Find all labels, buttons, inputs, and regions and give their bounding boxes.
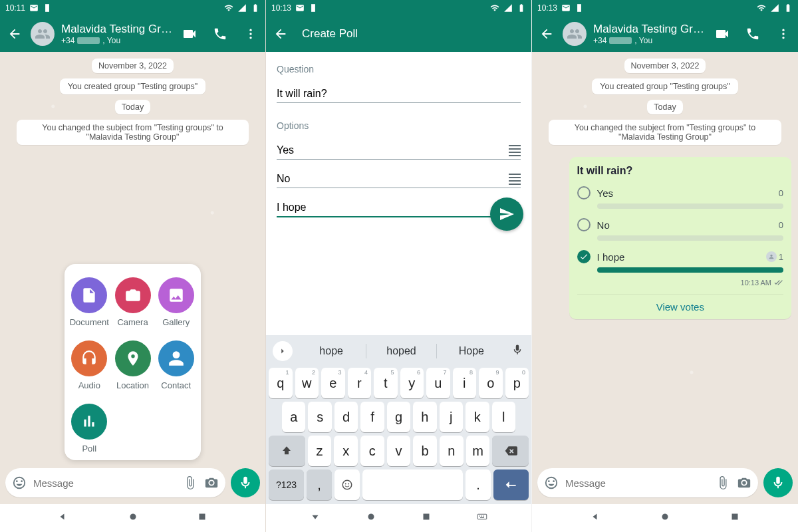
group-avatar[interactable] xyxy=(31,22,55,46)
voice-call-button[interactable] xyxy=(743,25,762,43)
key-e[interactable]: e3 xyxy=(321,368,345,398)
key-n[interactable]: n xyxy=(440,436,464,466)
view-votes-button[interactable]: View votes xyxy=(577,294,783,315)
key-i[interactable]: i8 xyxy=(453,368,477,398)
symbols-key[interactable]: ?123 xyxy=(269,469,304,500)
key-r[interactable]: r4 xyxy=(348,368,372,398)
option-field[interactable] xyxy=(277,140,521,160)
question-input[interactable] xyxy=(277,88,521,100)
key-p[interactable]: p0 xyxy=(505,368,529,398)
emoji-key[interactable] xyxy=(334,469,360,500)
key-g[interactable]: g xyxy=(387,402,410,432)
chat-title-block[interactable]: Malavida Testing Group +34, You xyxy=(593,23,706,45)
voice-input-button[interactable] xyxy=(506,344,529,358)
mic-button[interactable] xyxy=(231,468,260,497)
enter-key[interactable] xyxy=(493,469,529,500)
emoji-icon[interactable] xyxy=(544,475,559,490)
key-h[interactable]: h xyxy=(413,402,436,432)
drag-handle-icon[interactable] xyxy=(509,145,521,156)
attachment-gallery[interactable]: Gallery xyxy=(156,277,196,327)
key-q[interactable]: q1 xyxy=(269,368,293,398)
option-field[interactable] xyxy=(277,169,521,188)
option-input[interactable] xyxy=(277,144,509,156)
back-button[interactable] xyxy=(537,25,556,43)
attach-icon[interactable] xyxy=(183,475,198,490)
attachment-poll[interactable]: Poll xyxy=(70,404,109,454)
drag-handle-icon[interactable] xyxy=(509,174,521,185)
attachment-label: Camera xyxy=(117,317,148,327)
key-z[interactable]: z xyxy=(308,436,332,466)
question-field[interactable] xyxy=(277,84,521,103)
nav-recents[interactable] xyxy=(420,511,432,525)
attachment-camera[interactable]: Camera xyxy=(113,277,152,327)
voice-call-button[interactable] xyxy=(211,25,229,43)
key-c[interactable]: c xyxy=(360,436,384,466)
suggestion[interactable]: hoped xyxy=(366,345,436,357)
group-avatar[interactable] xyxy=(563,22,587,46)
space-key[interactable] xyxy=(362,469,463,500)
send-poll-button[interactable] xyxy=(490,198,523,231)
suggestion[interactable]: hope xyxy=(297,345,366,357)
poll-option[interactable]: Yes0 xyxy=(577,186,783,209)
backspace-key[interactable] xyxy=(492,436,529,466)
message-input[interactable] xyxy=(565,477,709,489)
key-y[interactable]: y6 xyxy=(400,368,424,398)
key-f[interactable]: f xyxy=(360,402,384,432)
key-u[interactable]: u7 xyxy=(426,368,450,398)
poll-option[interactable]: No0 xyxy=(577,218,783,241)
emoji-icon[interactable] xyxy=(12,475,27,490)
mic-button[interactable] xyxy=(763,468,793,497)
camera-icon[interactable] xyxy=(204,475,219,490)
nav-back[interactable] xyxy=(590,511,602,525)
message-input-box[interactable] xyxy=(5,468,225,497)
attachment-audio[interactable]: Audio xyxy=(70,340,109,390)
key-b[interactable]: b xyxy=(413,436,437,466)
nav-back[interactable] xyxy=(309,511,321,525)
key-l[interactable]: l xyxy=(492,402,515,432)
chat-title-block[interactable]: Malavida Testing Group +34, You xyxy=(61,23,174,45)
message-input[interactable] xyxy=(33,477,176,489)
camera-icon[interactable] xyxy=(737,475,751,490)
attachment-contact[interactable]: Contact xyxy=(156,340,196,390)
key-j[interactable]: j xyxy=(440,402,463,432)
nav-back[interactable] xyxy=(57,511,69,525)
nav-home[interactable] xyxy=(127,511,139,525)
key-s[interactable]: s xyxy=(308,402,331,432)
comma-key[interactable]: , xyxy=(307,469,332,500)
key-a[interactable]: a xyxy=(282,402,305,432)
nav-recents[interactable] xyxy=(729,511,741,525)
expand-suggestions-button[interactable] xyxy=(273,341,293,361)
key-d[interactable]: d xyxy=(334,402,358,432)
option-field[interactable] xyxy=(277,198,521,217)
message-input-box[interactable] xyxy=(537,468,758,497)
video-call-button[interactable] xyxy=(180,25,199,43)
video-call-button[interactable] xyxy=(713,25,732,43)
period-key[interactable]: . xyxy=(466,469,491,500)
nav-home[interactable] xyxy=(365,511,377,525)
key-x[interactable]: x xyxy=(334,436,358,466)
suggestion[interactable]: Hope xyxy=(437,345,506,357)
key-k[interactable]: k xyxy=(466,402,489,432)
back-button[interactable] xyxy=(5,25,24,43)
poll-message[interactable]: It will rain? Yes0No0I hope1 10:13 AM Vi… xyxy=(569,157,791,319)
shift-key[interactable] xyxy=(269,436,305,466)
poll-option[interactable]: I hope1 xyxy=(577,250,783,273)
attachment-location[interactable]: Location xyxy=(113,340,152,390)
back-button[interactable] xyxy=(271,25,290,43)
option-input[interactable] xyxy=(277,173,509,185)
more-button[interactable] xyxy=(774,25,793,43)
nav-recents[interactable] xyxy=(196,511,208,525)
nav-keyboard-switch[interactable] xyxy=(476,511,488,525)
attachment-document[interactable]: Document xyxy=(70,277,109,327)
nav-home[interactable] xyxy=(659,511,671,525)
key-t[interactable]: t5 xyxy=(374,368,398,398)
system-message: You created group "Testing groups" xyxy=(592,78,737,94)
more-button[interactable] xyxy=(241,25,260,43)
attach-icon[interactable] xyxy=(716,475,730,490)
option-input[interactable] xyxy=(277,201,521,213)
key-v[interactable]: v xyxy=(387,436,411,466)
key-w[interactable]: w2 xyxy=(295,368,319,398)
options-label: Options xyxy=(277,120,521,131)
key-o[interactable]: o9 xyxy=(479,368,503,398)
key-m[interactable]: m xyxy=(466,436,490,466)
